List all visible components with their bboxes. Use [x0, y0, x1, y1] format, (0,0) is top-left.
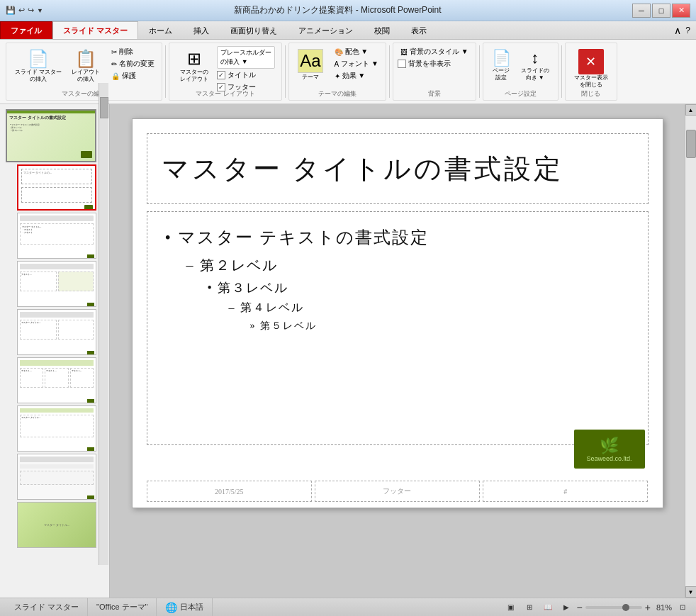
insert-slide-master-button[interactable]: 📄 スライド マスターの挿入 [11, 46, 66, 85]
insert-layout-label: レイアウトの挿入 [72, 69, 100, 82]
font-button[interactable]: A フォント ▼ [332, 58, 381, 69]
slide-content-area[interactable]: • マスター テキストの書式設定 – 第２レベル • 第３レベル – 第４レベル… [147, 211, 649, 445]
rename-label: 名前の変更 [119, 59, 155, 69]
slide-footer: 2017/5/25 フッター # [147, 481, 649, 502]
customize-icon[interactable]: ▼ [37, 7, 43, 14]
theme-label: テーマ [302, 73, 319, 81]
minimize-button[interactable]: ─ [632, 4, 651, 18]
title-checkbox[interactable] [217, 71, 225, 79]
content-level-1: • マスター テキストの書式設定 [165, 226, 630, 249]
group-theme-edit: Aa テーマ 🎨 配色 ▼ A フォント ▼ ✦ 効果 ▼ [288, 43, 386, 101]
slide-thumb-layout-4[interactable]: マスター タイトル... [17, 309, 96, 355]
insert-layout-button[interactable]: 📋 レイアウトの挿入 [67, 46, 104, 85]
slide-thumb-layout-5[interactable]: テキスト... テキスト... テキスト... [17, 357, 96, 403]
master-layout-button[interactable]: ⊞ マスターのレイアウト [176, 46, 213, 85]
maximize-button[interactable]: □ [652, 4, 670, 18]
edit-master-group-label: マスターの編集 [6, 89, 162, 99]
scroll-up-button[interactable]: ▲ [685, 104, 697, 116]
zoom-in-button[interactable]: + [645, 602, 651, 613]
color-button[interactable]: 🎨 配色 ▼ [332, 46, 381, 57]
zoom-level[interactable]: 81% [656, 603, 672, 612]
tab-animations[interactable]: アニメーション [288, 21, 364, 39]
slide-thumb-layout-2[interactable]: マスター タイトル...・テキスト・テキスト [17, 213, 96, 259]
reading-view-button[interactable]: 📖 [540, 600, 556, 615]
office-theme-status: "Office テーマ" [88, 598, 157, 616]
master-layout-group-label: マスター レイアウト [169, 89, 281, 99]
panel-scroll-thumb[interactable] [100, 104, 108, 118]
hide-bg-row[interactable]: 背景を非表示 [398, 58, 471, 69]
slide-orient-icon: ↕ [531, 49, 539, 67]
title-checkbox-row[interactable]: タイトル [217, 69, 275, 81]
bg-style-label: 背景のスタイル ▼ [410, 47, 468, 57]
divider-4 [479, 45, 480, 98]
effect-button[interactable]: ✦ 効果 ▼ [332, 70, 381, 82]
delete-button[interactable]: ✂ 削除 [108, 46, 157, 57]
group-page-setup: 📄 ページ設定 ↕ スライドの向き ▼ ページ設定 [483, 43, 559, 101]
save-icon[interactable]: 💾 [6, 6, 16, 15]
undo-icon[interactable]: ↩ [18, 6, 25, 15]
slide-thumb-layout-7[interactable] [17, 454, 96, 500]
quick-access-toolbar[interactable]: 💾 ↩ ↪ ▼ [6, 6, 43, 15]
theme-button[interactable]: Aa テーマ [293, 46, 327, 84]
master-layout-icon: ⊞ [187, 49, 201, 69]
page-setup-button[interactable]: 📄 ページ設定 [488, 46, 515, 84]
rename-button[interactable]: ✏ 名前の変更 [108, 58, 157, 69]
hide-bg-checkbox[interactable] [398, 60, 406, 68]
panel-scroll-track [99, 104, 108, 565]
bg-options: 🖼 背景のスタイル ▼ 背景を非表示 [398, 46, 471, 69]
slide-sorter-button[interactable]: ⊞ [522, 600, 537, 615]
slide-title-area[interactable]: マスター タイトルの書式設定 [147, 133, 649, 204]
slide-thumb-layout-8[interactable]: マスター タイトル... [17, 502, 96, 548]
vertical-scrollbar[interactable]: ▲ ▼ [685, 104, 696, 598]
zoom-control: − + 81% [577, 602, 672, 613]
tab-insert[interactable]: 挿入 [183, 21, 220, 39]
help-collapse-icon[interactable]: ∧ [674, 25, 681, 36]
font-label: フォント ▼ [341, 59, 378, 69]
close-master-button[interactable]: ✕ マスター表示を閉じる [570, 46, 612, 91]
scroll-track[interactable] [686, 116, 696, 586]
content-level-4: – 第４レベル [229, 301, 630, 315]
redo-icon[interactable]: ↪ [28, 6, 34, 15]
delete-icon: ✂ [111, 48, 117, 56]
tab-transitions[interactable]: 画面切り替え [220, 21, 288, 39]
divider-3 [389, 45, 390, 98]
help-icon[interactable]: ? [685, 26, 690, 35]
content-level-3: • 第３レベル [208, 279, 630, 296]
effect-label: 効果 ▼ [342, 71, 366, 81]
window-controls[interactable]: ─ □ ✕ [632, 4, 690, 18]
bg-style-button[interactable]: 🖼 背景のスタイル ▼ [398, 46, 471, 57]
group-edit-master: 📄 スライド マスターの挿入 📋 レイアウトの挿入 ✂ 削除 ✏ 名前の変更 [6, 43, 162, 101]
close-button[interactable]: ✕ [672, 4, 690, 18]
slide-master-status: スライド マスター [6, 598, 88, 616]
tab-file[interactable]: ファイル [0, 21, 52, 39]
slide-thumb-layout-3[interactable]: テキスト... [17, 261, 96, 307]
normal-view-button[interactable]: ▣ [503, 600, 519, 615]
slide-thumb-layout-1[interactable]: マスター タイトルの... [17, 164, 96, 211]
protect-button[interactable]: 🔒 保護 [108, 70, 157, 82]
slide-orient-label: スライドの向き ▼ [521, 67, 549, 81]
tab-slide-master[interactable]: スライド マスター [52, 21, 138, 39]
placeholder-insert-button[interactable]: プレースホルダーの挿入 ▼ [217, 46, 275, 69]
slideshow-button[interactable]: ▶ [559, 600, 574, 615]
effect-icon: ✦ [335, 72, 340, 80]
tab-review[interactable]: 校閲 [364, 21, 400, 39]
close-master-label: マスター表示を閉じる [574, 74, 608, 88]
theme-edit-group-label: テーマの編集 [289, 89, 386, 99]
divider-1 [165, 45, 166, 98]
slide-thumb-master[interactable]: マスター タイトルの書式設定 • マスター テキストの書式設定– 第２レベル •… [6, 109, 96, 162]
zoom-slider[interactable] [585, 606, 642, 609]
canvas-area: マスター タイトルの書式設定 • マスター テキストの書式設定 – 第２レベル … [110, 104, 685, 598]
zoom-out-button[interactable]: − [577, 602, 583, 613]
zoom-slider-thumb[interactable] [622, 604, 629, 611]
scroll-down-button[interactable]: ▼ [685, 586, 697, 598]
font-icon: A [335, 60, 339, 68]
group-close: ✕ マスター表示を閉じる 閉じる [565, 43, 617, 101]
insert-slide-master-label: スライド マスターの挿入 [15, 69, 62, 82]
tab-home[interactable]: ホーム [138, 21, 183, 39]
status-bar: スライド マスター "Office テーマ" 🌐 日本語 ▣ ⊞ 📖 ▶ − +… [0, 598, 696, 616]
tab-view[interactable]: 表示 [400, 21, 437, 39]
fit-window-button[interactable]: ⊡ [675, 600, 690, 615]
slide-thumb-layout-6[interactable]: マスター タイトル... [17, 405, 96, 452]
slide-orient-button[interactable]: ↕ スライドの向き ▼ [517, 46, 554, 84]
scroll-thumb[interactable] [686, 130, 696, 158]
